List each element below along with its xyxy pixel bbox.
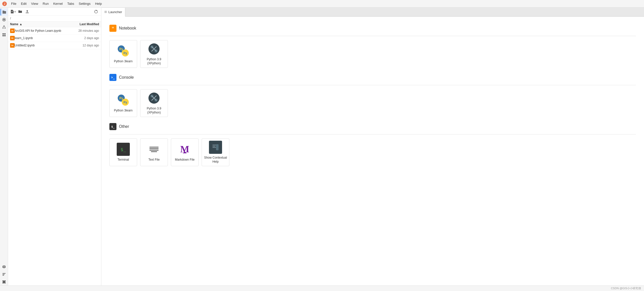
footer: CSDN @GIS小小研究僧 (0, 285, 644, 291)
console-xpython-icon (147, 92, 161, 105)
new-file-btn[interactable]: + (10, 9, 16, 15)
main-area: + + / Name ▲ Last Modified In (0, 8, 644, 285)
launcher-content: Notebook Py Py Python 3learn (101, 17, 644, 285)
notebook-python3-card[interactable]: Py Py Python 3learn (109, 40, 137, 68)
tab-launcher[interactable]: ⊞ Launcher (101, 8, 125, 17)
breadcrumb-root[interactable]: / (10, 17, 11, 20)
menu-run[interactable]: Run (41, 1, 51, 6)
notebook-section-header: Notebook (109, 25, 636, 32)
contextual-help-label: Show Contextual Help (204, 156, 227, 164)
notebook-icon: In (10, 28, 15, 33)
file-list: In ArcGIS API for Python Learn.ipynb 28 … (8, 27, 101, 285)
notebook-icon: In (10, 43, 15, 48)
upload-btn[interactable] (24, 9, 30, 15)
file-row[interactable]: In Untitled2.ipynb 12 days ago (8, 42, 101, 49)
tab-bar: ⊞ Launcher (101, 8, 644, 17)
svg-rect-5 (4, 33, 6, 35)
sidebar-icon-browse[interactable] (1, 271, 8, 278)
markdown-label: Markdown File (175, 158, 195, 162)
refresh-btn[interactable] (93, 9, 99, 15)
other-divider (109, 134, 636, 134)
footer-text: CSDN @GIS小小研究僧 (611, 286, 641, 290)
other-section-title: Other (119, 124, 129, 129)
svg-rect-31 (212, 146, 216, 147)
sidebar-icons (0, 8, 8, 285)
text-line-4 (151, 151, 157, 152)
new-folder-btn[interactable]: + (17, 9, 23, 15)
file-panel: + + / Name ▲ Last Modified In (8, 8, 101, 285)
content-area: ⊞ Launcher Notebook (101, 8, 644, 285)
xpython-icon (147, 42, 161, 55)
sidebar-icon-extensions[interactable] (1, 31, 8, 38)
svg-rect-30 (212, 145, 217, 145)
console-python3-label: Python 3learn (114, 109, 133, 113)
textfile-card[interactable]: Text File (140, 138, 168, 166)
markdown-icon: M (178, 143, 191, 156)
terminal-label: Terminal (117, 158, 129, 162)
file-name: ArcGIS API for Python Learn.ipynb (15, 29, 66, 33)
file-modified: 28 minutes ago (66, 29, 99, 33)
console-section-header: >_ Console (109, 74, 636, 81)
contextual-help-card[interactable]: Show Contextual Help (202, 138, 229, 166)
notebook-divider (109, 36, 636, 36)
svg-point-3 (3, 19, 5, 20)
textfile-card-icon (147, 143, 161, 156)
markdown-card[interactable]: M Markdown File (171, 138, 199, 166)
other-section-header: $_ Other (109, 123, 636, 130)
terminal-icon: $_ (117, 143, 130, 156)
console-divider (109, 85, 636, 85)
svg-rect-33 (216, 144, 219, 150)
app-logo: J (2, 1, 7, 6)
menu-settings[interactable]: Settings (77, 1, 93, 6)
svg-rect-4 (3, 33, 4, 35)
text-line-1 (149, 147, 159, 148)
console-python3-icon: Py Py (117, 94, 130, 107)
col-modified-header[interactable]: Last Modified (66, 22, 99, 26)
file-row[interactable]: In learn_1.ipynb 2 days ago (8, 35, 101, 42)
text-line-3 (149, 150, 159, 151)
svg-rect-6 (3, 35, 4, 36)
menu-view[interactable]: View (29, 1, 40, 6)
sidebar-icon-settings[interactable] (1, 263, 8, 270)
notebook-cards: Py Py Python 3learn (109, 40, 636, 68)
console-xpython-card[interactable]: Python 3.9(XPython) (140, 89, 168, 117)
sidebar-icon-files[interactable] (1, 9, 8, 16)
menu-file[interactable]: File (9, 1, 18, 6)
svg-text:Py: Py (124, 51, 127, 55)
menu-tabs[interactable]: Tabs (65, 1, 76, 6)
notebook-section-title: Notebook (119, 26, 136, 31)
terminal-card-icon: $_ (117, 143, 130, 156)
terminal-card[interactable]: $_ Terminal (109, 138, 137, 166)
notebook-xpython-card[interactable]: Python 3.9(XPython) (140, 40, 168, 68)
svg-text:Py: Py (124, 101, 127, 104)
notebook-python3-label: Python 3learn (114, 60, 133, 64)
menu-edit[interactable]: Edit (19, 1, 28, 6)
notebook-icon: In (10, 36, 15, 40)
help-icon (209, 141, 222, 154)
menubar: J File Edit View Run Kernel Tabs Setting… (0, 0, 644, 8)
notebook-section-icon (109, 25, 116, 32)
file-toolbar: + + (8, 8, 101, 16)
tab-icon: ⊞ (104, 10, 107, 14)
sidebar-icon-git[interactable] (1, 24, 8, 31)
svg-text:Py: Py (119, 97, 123, 100)
textfile-icon (148, 143, 160, 155)
menu-help[interactable]: Help (93, 1, 104, 6)
file-modified: 2 days ago (66, 36, 99, 40)
svg-rect-7 (4, 35, 6, 36)
svg-rect-13 (112, 28, 114, 28)
file-row[interactable]: In ArcGIS API for Python Learn.ipynb 28 … (8, 27, 101, 35)
svg-rect-12 (112, 27, 114, 27)
console-cards: Py Py Python 3learn (109, 89, 636, 117)
sidebar-icon-puzzle[interactable] (1, 278, 8, 285)
python3-icon: Py Py (117, 44, 130, 57)
file-table-header: Name ▲ Last Modified (8, 21, 101, 27)
sidebar-icon-running[interactable] (1, 16, 8, 23)
col-name-header[interactable]: Name ▲ (10, 22, 66, 26)
console-python3-card[interactable]: Py Py Python 3learn (109, 89, 137, 117)
svg-text:+: + (20, 11, 21, 13)
file-name: Untitled2.ipynb (15, 44, 66, 47)
svg-text:Py: Py (119, 47, 123, 51)
contextual-help-icon (209, 141, 222, 154)
menu-kernel[interactable]: Kernel (51, 1, 65, 6)
